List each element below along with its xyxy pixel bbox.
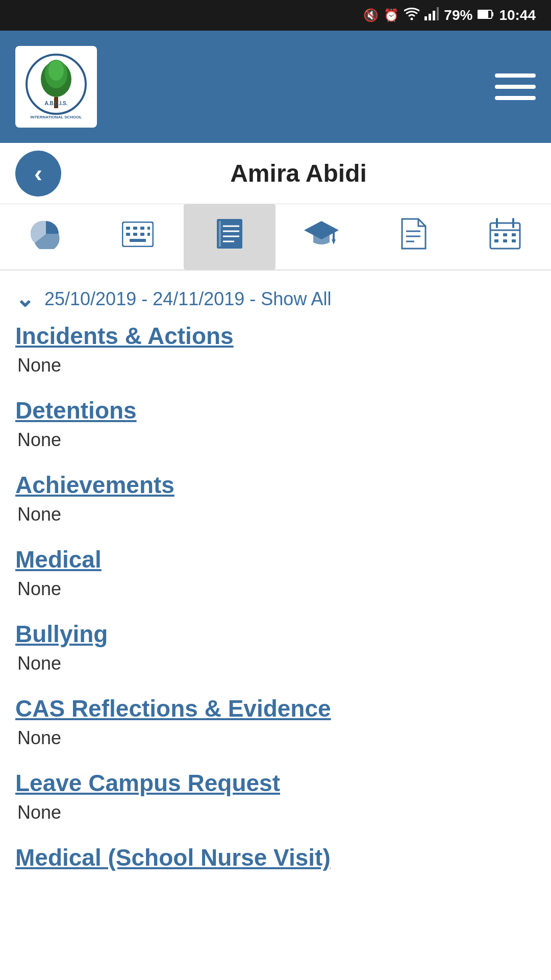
- page-header: ‹ Amira Abidi: [0, 143, 551, 204]
- wifi-icon: [404, 7, 419, 23]
- mute-icon: 🔇: [363, 8, 379, 22]
- content-area: Incidents & Actions None Detentions None…: [0, 322, 551, 871]
- hamburger-line-3: [495, 96, 536, 100]
- svg-rect-25: [130, 239, 146, 242]
- svg-point-13: [48, 60, 64, 81]
- section-leave-campus: Leave Campus Request None: [15, 769, 536, 823]
- calendar-icon: [489, 218, 521, 256]
- section-nurse: Medical (School Nurse Visit): [15, 844, 536, 871]
- logo-svg: INTERNATIONAL SCHOOL A.B.C.I.S.: [20, 51, 92, 122]
- svg-rect-21: [126, 233, 130, 236]
- svg-point-0: [411, 18, 413, 20]
- bullying-title[interactable]: Bullying: [15, 620, 536, 648]
- svg-rect-23: [140, 233, 144, 236]
- section-bullying: Bullying None: [15, 620, 536, 674]
- leave-campus-title[interactable]: Leave Campus Request: [15, 769, 536, 797]
- app-header: INTERNATIONAL SCHOOL A.B.C.I.S.: [0, 31, 551, 143]
- svg-rect-41: [494, 233, 498, 236]
- bullying-value: None: [17, 653, 536, 674]
- battery-icon: [478, 8, 494, 22]
- svg-rect-45: [503, 239, 507, 242]
- date-range-text: 25/10/2019 - 24/11/2019 - Show All: [44, 288, 331, 310]
- svg-rect-19: [140, 227, 144, 230]
- svg-rect-6: [478, 11, 488, 18]
- section-detentions: Detentions None: [15, 397, 536, 451]
- detentions-value: None: [17, 429, 536, 451]
- time: 10:44: [499, 7, 536, 23]
- back-arrow-icon: ‹: [34, 161, 42, 186]
- tab-graduation[interactable]: [276, 204, 367, 270]
- alarm-icon: ⏰: [384, 8, 399, 22]
- chart-icon: [31, 218, 61, 256]
- tab-document[interactable]: [367, 204, 459, 270]
- tab-keyboard[interactable]: [92, 204, 184, 270]
- document-icon: [400, 218, 427, 256]
- tab-bar: [0, 204, 551, 271]
- incidents-actions-title[interactable]: Incidents & Actions: [15, 322, 536, 350]
- chevron-down-icon: ⌄: [15, 286, 34, 312]
- graduation-icon: [304, 219, 339, 255]
- medical-value: None: [17, 578, 536, 600]
- tab-chart[interactable]: [0, 204, 92, 270]
- status-bar: 🔇 ⏰ 79%: [0, 0, 551, 31]
- book-icon: [216, 218, 243, 256]
- svg-rect-44: [494, 239, 498, 242]
- achievements-title[interactable]: Achievements: [15, 471, 536, 499]
- cas-title[interactable]: CAS Reflections & Evidence: [15, 695, 536, 722]
- signal-icon: [424, 7, 439, 23]
- svg-rect-20: [147, 227, 150, 230]
- svg-rect-46: [512, 239, 516, 242]
- tab-book[interactable]: [184, 204, 276, 270]
- nurse-title[interactable]: Medical (School Nurse Visit): [15, 844, 536, 871]
- svg-rect-3: [433, 11, 435, 20]
- hamburger-line-1: [495, 74, 536, 78]
- svg-rect-27: [219, 221, 221, 247]
- leave-campus-value: None: [17, 802, 536, 823]
- svg-rect-1: [424, 16, 427, 20]
- status-icons: 🔇 ⏰ 79%: [363, 7, 536, 23]
- hamburger-menu[interactable]: [495, 74, 536, 100]
- svg-rect-17: [126, 227, 130, 230]
- back-button[interactable]: ‹: [15, 151, 61, 197]
- cas-value: None: [17, 727, 536, 749]
- battery-percent: 79%: [444, 7, 472, 23]
- svg-rect-43: [512, 233, 516, 236]
- incidents-actions-value: None: [17, 355, 536, 376]
- section-cas: CAS Reflections & Evidence None: [15, 695, 536, 749]
- date-filter[interactable]: ⌄ 25/10/2019 - 24/11/2019 - Show All: [0, 271, 551, 322]
- detentions-title[interactable]: Detentions: [15, 397, 536, 424]
- section-achievements: Achievements None: [15, 471, 536, 525]
- keyboard-icon: [122, 220, 154, 254]
- section-medical: Medical None: [15, 546, 536, 600]
- svg-rect-2: [429, 14, 431, 20]
- svg-rect-22: [133, 233, 137, 236]
- section-incidents: Incidents & Actions None: [15, 322, 536, 376]
- svg-text:INTERNATIONAL SCHOOL: INTERNATIONAL SCHOOL: [30, 115, 82, 119]
- svg-rect-24: [147, 233, 150, 236]
- page-title: Amira Abidi: [61, 159, 536, 187]
- medical-title[interactable]: Medical: [15, 546, 536, 573]
- svg-rect-4: [437, 7, 439, 20]
- achievements-value: None: [17, 504, 536, 525]
- svg-rect-42: [503, 233, 507, 236]
- svg-rect-18: [133, 227, 137, 230]
- svg-rect-7: [492, 12, 493, 16]
- tab-calendar[interactable]: [459, 204, 551, 270]
- logo: INTERNATIONAL SCHOOL A.B.C.I.S.: [15, 46, 97, 128]
- hamburger-line-2: [495, 85, 536, 89]
- svg-text:A.B.C.I.S.: A.B.C.I.S.: [44, 101, 67, 106]
